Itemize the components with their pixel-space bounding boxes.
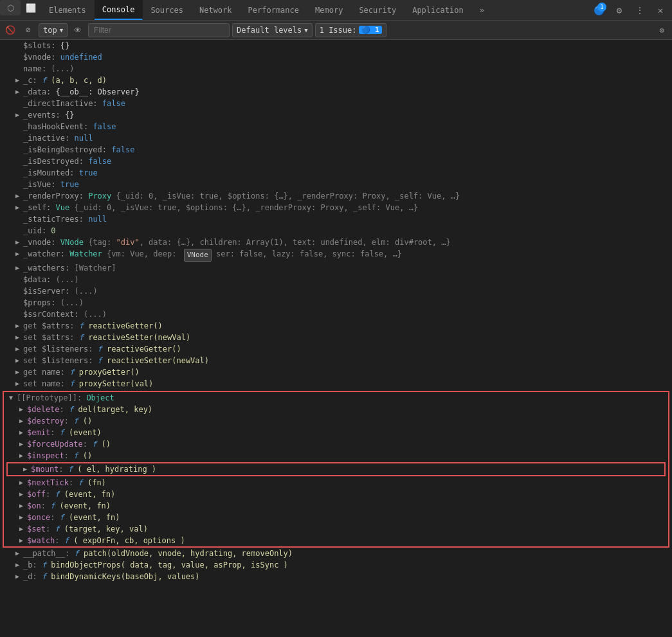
console-output: $slots: {} $vnode: undefined name: (...)…	[0, 40, 672, 637]
expand-arrow[interactable]	[15, 321, 22, 331]
console-line: _isBeingDestroyed: false	[0, 144, 672, 156]
console-line: $data: (...)	[0, 274, 672, 285]
tab-application[interactable]: Application	[404, 0, 471, 20]
tab-network[interactable]: Network	[192, 0, 241, 20]
close-icon[interactable]: ✕	[651, 1, 669, 19]
expand-arrow[interactable]	[19, 439, 26, 449]
console-line: _isMounted: true	[0, 167, 672, 179]
tab-more[interactable]: »	[472, 0, 493, 20]
console-line: _d: f bindDynamicKeys(baseObj, values)	[0, 571, 672, 582]
expand-arrow[interactable]	[19, 451, 26, 461]
context-dropdown-icon: ▼	[60, 27, 63, 33]
tab-performance[interactable]: Performance	[241, 0, 307, 20]
mount-highlighted-line: $mount: f ( el, hydrating )	[6, 462, 666, 476]
console-line: $set: f (target, key, val)	[4, 523, 668, 535]
expand-arrow[interactable]	[15, 355, 22, 366]
console-line: $off: f (event, fn)	[4, 489, 668, 500]
console-line: _inactive: null	[0, 132, 672, 144]
console-line: _directInactive: false	[0, 98, 672, 109]
expand-arrow[interactable]	[19, 524, 26, 534]
expand-arrow[interactable]	[15, 75, 22, 85]
tab-sources[interactable]: Sources	[143, 0, 192, 20]
console-line: _watcher: Watcher {vm: Vue, deep: VNode …	[0, 248, 672, 262]
dock-icon[interactable]: ⬡	[0, 0, 21, 15]
console-line: name: (...)	[0, 63, 672, 75]
console-line: _self: Vue {_uid: 0, _isVue: true, $opti…	[0, 202, 672, 213]
prototype-header-line: [[Prototype]]: Object	[4, 392, 668, 404]
expand-arrow[interactable]	[15, 560, 22, 570]
expand-arrow[interactable]	[15, 571, 22, 582]
console-line: $once: f (event, fn)	[4, 512, 668, 523]
expand-arrow[interactable]	[15, 548, 22, 559]
filter-toggle-icon[interactable]: ⊘	[21, 22, 36, 38]
expand-arrow[interactable]	[15, 344, 22, 354]
inspect-icon[interactable]: ⬜	[21, 0, 41, 15]
console-line: $slots: {}	[0, 40, 672, 51]
console-line: get $attrs: f reactiveGetter()	[0, 320, 672, 332]
settings-icon[interactable]: ⚙	[610, 1, 628, 19]
expand-arrow[interactable]	[19, 535, 26, 546]
more-options-icon[interactable]: ⋮	[631, 1, 649, 19]
levels-dropdown-icon: ▼	[304, 27, 307, 33]
console-line: $destroy: f ()	[4, 415, 668, 427]
context-selector[interactable]: top ▼	[39, 23, 68, 37]
notification-icon[interactable]: 🔵 1	[590, 1, 608, 19]
expand-arrow[interactable]	[15, 87, 22, 97]
console-line: _isDestroyed: false	[0, 156, 672, 167]
console-line: _events: {}	[0, 109, 672, 121]
console-line: $vnode: undefined	[0, 51, 672, 63]
issue-badge[interactable]: 1 Issue: 🔵 1	[315, 23, 386, 37]
vnode-tooltip: VNode	[184, 249, 212, 262]
issue-count: 🔵 1	[359, 26, 381, 34]
expand-arrow[interactable]	[19, 512, 26, 523]
expand-arrow[interactable]	[19, 416, 26, 426]
console-settings-icon[interactable]: ⚙	[654, 22, 669, 38]
console-line: get name: f proxyGetter()	[0, 366, 672, 378]
expand-arrow[interactable]	[19, 427, 26, 438]
expand-arrow[interactable]	[15, 263, 22, 273]
console-line: set name: f proxySetter(val)	[0, 378, 672, 390]
expand-arrow[interactable]	[15, 332, 22, 343]
console-line: $watch: f ( expOrFn, cb, options )	[4, 535, 668, 546]
clear-console-icon[interactable]: 🚫	[3, 22, 18, 38]
console-line: __patch__: f patch(oldVnode, vnode, hydr…	[0, 548, 672, 559]
console-line: _c: f (a, b, c, d)	[0, 75, 672, 86]
console-line: $inspect: f ()	[4, 450, 668, 462]
tab-console[interactable]: Console	[95, 0, 143, 20]
expand-arrow[interactable]	[19, 501, 26, 511]
tab-elements[interactable]: Elements	[41, 0, 95, 20]
console-line: _b: f bindObjectProps( data, tag, value,…	[0, 559, 672, 571]
levels-label: Default levels	[237, 26, 302, 35]
expand-arrow[interactable]	[23, 464, 30, 474]
console-line: $isServer: (...)	[0, 285, 672, 297]
expand-arrow[interactable]	[9, 393, 15, 403]
expand-arrow[interactable]	[15, 202, 22, 213]
expand-arrow[interactable]	[19, 489, 26, 499]
expand-arrow[interactable]	[15, 237, 22, 247]
expand-arrow[interactable]	[15, 379, 22, 389]
console-line: set $listeners: f reactiveSetter(newVal)	[0, 355, 672, 366]
console-line: $ssrContext: (...)	[0, 309, 672, 320]
tab-memory[interactable]: Memory	[307, 0, 351, 20]
console-line: $forceUpdate: f ()	[4, 438, 668, 450]
console-line: $delete: f del(target, key)	[4, 404, 668, 415]
expand-arrow[interactable]	[19, 478, 26, 488]
console-line: _data: {__ob__: Observer}	[0, 86, 672, 98]
issue-label: 1 Issue:	[320, 26, 357, 35]
expand-arrow[interactable]	[15, 191, 22, 201]
console-line: $emit: f (event)	[4, 427, 668, 438]
tab-bar: ⬡ ⬜ Elements Console Sources Network Per…	[0, 0, 672, 21]
expand-arrow[interactable]	[19, 404, 26, 415]
console-line: _uid: 0	[0, 225, 672, 237]
expand-arrow[interactable]	[15, 249, 22, 259]
levels-selector[interactable]: Default levels ▼	[232, 23, 313, 37]
console-line: $nextTick: f (fn)	[4, 477, 668, 489]
expand-arrow[interactable]	[15, 110, 22, 120]
filter-input[interactable]	[88, 23, 230, 37]
secondary-toolbar: 🚫 ⊘ top ▼ 👁 Default levels ▼ 1 Issue: 🔵 …	[0, 21, 672, 40]
eye-icon[interactable]: 👁	[70, 23, 86, 37]
console-line: _isVue: true	[0, 179, 672, 190]
tab-security[interactable]: Security	[351, 0, 404, 20]
expand-arrow[interactable]	[15, 367, 22, 377]
console-line: $on: f (event, fn)	[4, 500, 668, 512]
